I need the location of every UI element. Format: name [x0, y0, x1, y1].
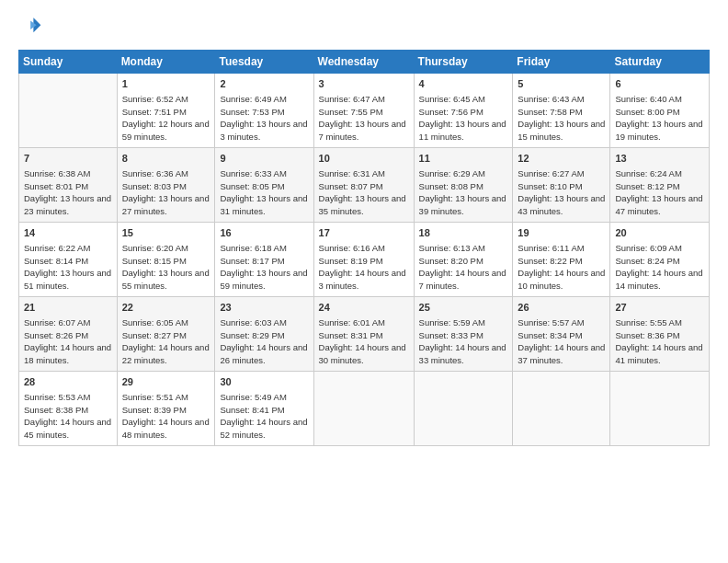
sunset-text: Sunset: 7:53 PM — [220, 106, 308, 119]
calendar-cell: 23Sunrise: 6:03 AMSunset: 8:29 PMDayligh… — [215, 297, 313, 372]
day-number: 19 — [518, 226, 605, 241]
day-number: 14 — [24, 226, 112, 241]
sunset-text: Sunset: 7:55 PM — [319, 106, 409, 119]
sunrise-text: Sunrise: 6:09 AM — [615, 242, 704, 255]
sunrise-text: Sunrise: 5:55 AM — [615, 316, 704, 329]
day-number: 23 — [220, 301, 308, 316]
sunrise-text: Sunrise: 5:49 AM — [220, 391, 308, 404]
sunrise-text: Sunrise: 5:59 AM — [419, 316, 508, 329]
daylight-text: Daylight: 14 hours and 33 minutes. — [419, 341, 508, 367]
sunrise-text: Sunrise: 6:31 AM — [319, 167, 409, 180]
day-number: 9 — [220, 152, 308, 167]
sunrise-text: Sunrise: 6:47 AM — [319, 93, 409, 106]
calendar-cell: 24Sunrise: 6:01 AMSunset: 8:31 PMDayligh… — [313, 297, 414, 372]
day-number: 10 — [319, 152, 409, 167]
daylight-text: Daylight: 12 hours and 59 minutes. — [122, 118, 210, 144]
daylight-text: Daylight: 13 hours and 55 minutes. — [122, 267, 210, 293]
sunrise-text: Sunrise: 6:05 AM — [122, 316, 210, 329]
daylight-text: Daylight: 13 hours and 31 minutes. — [220, 192, 308, 218]
daylight-text: Daylight: 13 hours and 47 minutes. — [615, 192, 704, 218]
cell-content: 14Sunrise: 6:22 AMSunset: 8:14 PMDayligh… — [24, 226, 112, 293]
sunrise-text: Sunrise: 6:11 AM — [518, 242, 605, 255]
calendar-cell: 4Sunrise: 6:45 AMSunset: 7:56 PMDaylight… — [414, 74, 513, 148]
cell-content: 8Sunrise: 6:36 AMSunset: 8:03 PMDaylight… — [122, 152, 210, 218]
sunrise-text: Sunrise: 6:45 AM — [419, 93, 508, 106]
sunset-text: Sunset: 8:07 PM — [319, 180, 409, 193]
sunrise-text: Sunrise: 6:43 AM — [518, 93, 605, 106]
sunset-text: Sunset: 8:17 PM — [220, 255, 308, 268]
sunrise-text: Sunrise: 6:07 AM — [24, 316, 112, 329]
daylight-text: Daylight: 13 hours and 39 minutes. — [419, 192, 508, 218]
calendar-cell: 28Sunrise: 5:53 AMSunset: 8:38 PMDayligh… — [19, 372, 118, 446]
sunset-text: Sunset: 8:15 PM — [122, 255, 210, 268]
sunset-text: Sunset: 8:26 PM — [24, 329, 112, 342]
calendar-cell: 10Sunrise: 6:31 AMSunset: 8:07 PMDayligh… — [313, 148, 414, 223]
calendar-body: 1Sunrise: 6:52 AMSunset: 7:51 PMDaylight… — [19, 74, 710, 446]
sunset-text: Sunset: 7:58 PM — [518, 106, 605, 119]
sunrise-text: Sunrise: 6:24 AM — [615, 167, 704, 180]
calendar-cell: 21Sunrise: 6:07 AMSunset: 8:26 PMDayligh… — [19, 297, 118, 372]
calendar-cell — [19, 74, 118, 148]
daylight-text: Daylight: 13 hours and 15 minutes. — [518, 118, 605, 144]
calendar-cell: 25Sunrise: 5:59 AMSunset: 8:33 PMDayligh… — [414, 297, 513, 372]
sunset-text: Sunset: 8:29 PM — [220, 329, 308, 342]
sunset-text: Sunset: 8:14 PM — [24, 255, 112, 268]
sunrise-text: Sunrise: 6:52 AM — [122, 93, 210, 106]
daylight-text: Daylight: 13 hours and 35 minutes. — [319, 192, 409, 218]
calendar-cell: 22Sunrise: 6:05 AMSunset: 8:27 PMDayligh… — [117, 297, 215, 372]
sunset-text: Sunset: 8:36 PM — [615, 329, 704, 342]
sunrise-text: Sunrise: 6:36 AM — [122, 167, 210, 180]
daylight-text: Daylight: 14 hours and 10 minutes. — [518, 267, 605, 293]
logo — [18, 15, 42, 40]
sunrise-text: Sunrise: 5:57 AM — [518, 316, 605, 329]
sunrise-text: Sunrise: 6:40 AM — [615, 93, 704, 106]
calendar-cell: 11Sunrise: 6:29 AMSunset: 8:08 PMDayligh… — [414, 148, 513, 223]
day-number: 7 — [24, 152, 112, 167]
day-number: 1 — [122, 77, 210, 92]
sunrise-text: Sunrise: 5:51 AM — [122, 391, 210, 404]
calendar-cell — [414, 372, 513, 446]
cell-content: 15Sunrise: 6:20 AMSunset: 8:15 PMDayligh… — [122, 226, 210, 293]
dow-header-monday: Monday — [117, 51, 215, 74]
sunset-text: Sunset: 8:41 PM — [220, 404, 308, 417]
cell-content: 27Sunrise: 5:55 AMSunset: 8:36 PMDayligh… — [615, 301, 704, 367]
cell-content: 16Sunrise: 6:18 AMSunset: 8:17 PMDayligh… — [220, 226, 308, 293]
calendar-cell: 7Sunrise: 6:38 AMSunset: 8:01 PMDaylight… — [19, 148, 118, 223]
sunset-text: Sunset: 8:19 PM — [319, 255, 409, 268]
logo-icon — [20, 15, 42, 37]
day-number: 18 — [419, 226, 508, 241]
day-number: 15 — [122, 226, 210, 241]
sunrise-text: Sunrise: 6:49 AM — [220, 93, 308, 106]
daylight-text: Daylight: 14 hours and 37 minutes. — [518, 341, 605, 367]
day-number: 21 — [24, 301, 112, 316]
day-number: 20 — [615, 226, 704, 241]
day-number: 3 — [319, 77, 409, 92]
daylight-text: Daylight: 14 hours and 22 minutes. — [122, 341, 210, 367]
cell-content: 7Sunrise: 6:38 AMSunset: 8:01 PMDaylight… — [24, 152, 112, 218]
sunset-text: Sunset: 7:51 PM — [122, 106, 210, 119]
dow-header-wednesday: Wednesday — [313, 51, 414, 74]
sunrise-text: Sunrise: 6:18 AM — [220, 242, 308, 255]
sunset-text: Sunset: 8:01 PM — [24, 180, 112, 193]
calendar-cell: 8Sunrise: 6:36 AMSunset: 8:03 PMDaylight… — [117, 148, 215, 223]
week-row-5: 28Sunrise: 5:53 AMSunset: 8:38 PMDayligh… — [19, 372, 710, 446]
daylight-text: Daylight: 14 hours and 30 minutes. — [319, 341, 409, 367]
sunrise-text: Sunrise: 6:33 AM — [220, 167, 308, 180]
week-row-3: 14Sunrise: 6:22 AMSunset: 8:14 PMDayligh… — [19, 223, 710, 297]
daylight-text: Daylight: 14 hours and 26 minutes. — [220, 341, 308, 367]
cell-content: 25Sunrise: 5:59 AMSunset: 8:33 PMDayligh… — [419, 301, 508, 367]
calendar-cell: 12Sunrise: 6:27 AMSunset: 8:10 PMDayligh… — [513, 148, 610, 223]
day-number: 5 — [518, 77, 605, 92]
cell-content: 1Sunrise: 6:52 AMSunset: 7:51 PMDaylight… — [122, 77, 210, 144]
calendar-cell — [313, 372, 414, 446]
day-number: 11 — [419, 152, 508, 167]
sunset-text: Sunset: 8:08 PM — [419, 180, 508, 193]
calendar-cell: 29Sunrise: 5:51 AMSunset: 8:39 PMDayligh… — [117, 372, 215, 446]
sunrise-text: Sunrise: 6:27 AM — [518, 167, 605, 180]
sunset-text: Sunset: 8:12 PM — [615, 180, 704, 193]
daylight-text: Daylight: 14 hours and 52 minutes. — [220, 416, 308, 442]
calendar-cell: 18Sunrise: 6:13 AMSunset: 8:20 PMDayligh… — [414, 223, 513, 297]
sunrise-text: Sunrise: 5:53 AM — [24, 391, 112, 404]
page: SundayMondayTuesdayWednesdayThursdayFrid… — [0, 0, 728, 455]
cell-content: 26Sunrise: 5:57 AMSunset: 8:34 PMDayligh… — [518, 301, 605, 367]
